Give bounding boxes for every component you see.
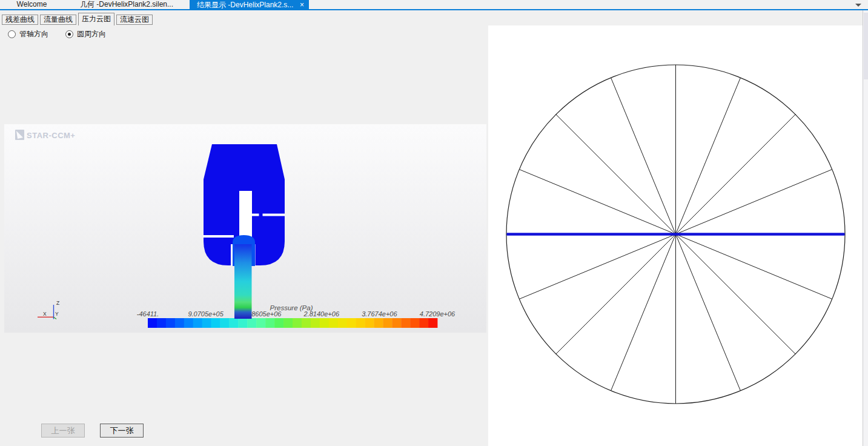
colorbar [148, 318, 437, 328]
colorbar-segment [347, 318, 356, 328]
colorbar-segment [320, 318, 329, 328]
colorbar-segment [311, 318, 320, 328]
section-view-panel [488, 25, 863, 446]
colorbar-segment [401, 318, 410, 328]
subtab-residual-curve[interactable]: 残差曲线 [2, 15, 38, 25]
result-subtabs: 残差曲线 流量曲线 压力云图 流速云图 [2, 13, 154, 25]
colorbar-segment [229, 318, 238, 328]
subtab-pressure-contour[interactable]: 压力云图 [78, 13, 114, 25]
colorbar-segment [157, 318, 166, 328]
colorbar-segment [265, 318, 274, 328]
colorbar-segment [274, 318, 283, 328]
y-axis-label: Y [55, 311, 59, 317]
viewport-3d[interactable]: Pressure (Pa) -46411.9.0705e+051.8605e+0… [4, 124, 486, 333]
vertical-scrollbar[interactable] [863, 10, 868, 446]
tab-welcome[interactable]: Welcome [0, 0, 64, 9]
colorbar-segment [329, 318, 338, 328]
subtab-velocity-contour[interactable]: 流速云图 [116, 15, 153, 25]
colorbar-tick-label: 9.0705e+05 [188, 310, 224, 318]
colorbar-segment [374, 318, 383, 328]
scrollbar-thumb[interactable] [864, 13, 868, 79]
colorbar-segment [220, 318, 230, 328]
colorbar-segment [419, 318, 428, 328]
contour-slot [239, 191, 252, 238]
next-image-button[interactable]: 下一张 [100, 424, 144, 438]
z-axis-label: Z [56, 300, 59, 306]
colorbar-segment [365, 318, 374, 328]
colorbar-segment [211, 318, 220, 328]
colorbar-segment [410, 318, 419, 328]
colorbar-segment [293, 318, 302, 328]
colorbar-segment [283, 318, 293, 328]
circular-section-figure [488, 25, 863, 446]
colorbar-segment [193, 318, 202, 328]
radio-label: 圆周方向 [77, 29, 106, 39]
radio-circle-icon [8, 30, 16, 38]
colorbar-segment [202, 318, 211, 328]
colorbar-segment [166, 318, 175, 328]
colorbar-tick-label: 3.7674e+06 [362, 310, 397, 318]
colorbar-segment [148, 318, 157, 328]
watermark-text: STAR-CCM+ [27, 131, 75, 140]
colorbar-segment [247, 318, 256, 328]
starccm-watermark: STAR-CCM+ [15, 130, 75, 140]
previous-image-button: 上一张 [41, 424, 85, 438]
document-tab-bar: Welcome 几何 -DevHelixPlank2.silen... [0, 0, 868, 9]
colorbar-segment [338, 318, 347, 328]
tab-results-active[interactable]: 结果显示 -DevHelixPlank2.s... × [190, 0, 309, 10]
tab-results-label: 结果显示 -DevHelixPlank2.s... [197, 1, 293, 9]
contour-stem [234, 244, 252, 319]
radio-pipe-axis-direction[interactable]: 管轴方向 [8, 29, 48, 39]
tab-overflow-arrow-icon[interactable] [855, 4, 861, 7]
x-axis-label: X [43, 311, 47, 317]
subtab-flow-curve[interactable]: 流量曲线 [40, 15, 76, 25]
pressure-contour-scene: Pressure (Pa) -46411.9.0705e+051.8605e+0… [4, 124, 486, 333]
colorbar-tick-label: 4.7209e+06 [420, 310, 456, 318]
close-icon[interactable]: × [300, 0, 304, 10]
colorbar-tick-label: 2.8140e+06 [303, 310, 340, 318]
colorbar-segment [383, 318, 392, 328]
colorbar-segment [302, 318, 311, 328]
radio-circumferential-direction[interactable]: 圆周方向 [65, 29, 106, 39]
colorbar-segment [256, 318, 265, 328]
right-panel-top-strip [488, 10, 863, 25]
direction-options: 管轴方向 圆周方向 [8, 29, 123, 39]
colorbar-segment [428, 318, 437, 328]
colorbar-tick-label: -46411. [137, 310, 159, 318]
tab-geometry[interactable]: 几何 -DevHelixPlank2.silen... [64, 0, 190, 9]
colorbar-segment [184, 318, 193, 328]
colorbar-segment [238, 318, 247, 328]
colorbar-segment [392, 318, 401, 328]
colorbar-segment [175, 318, 184, 328]
radio-circle-icon [65, 30, 73, 38]
radio-label: 管轴方向 [19, 29, 48, 39]
colorbar-segment [356, 318, 365, 328]
